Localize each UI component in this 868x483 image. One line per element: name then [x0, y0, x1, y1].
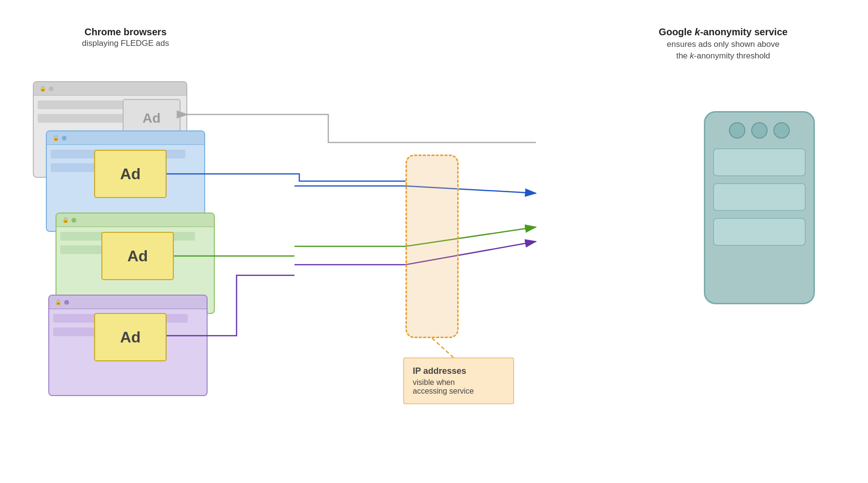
browser-green-titlebar: 🔒	[56, 213, 214, 227]
ad-green: Ad	[101, 232, 174, 280]
browser-grey-titlebar: 🔒	[34, 82, 186, 96]
google-subtitle: ensures ads only shown above the k-anony…	[646, 39, 800, 62]
lock-icon-blue: 🔒	[53, 135, 59, 141]
server-box	[704, 111, 815, 304]
server-dot-3	[773, 122, 790, 139]
lock-icon-green: 🔒	[62, 217, 69, 223]
content-row	[38, 114, 125, 123]
lock-icon-grey: 🔒	[40, 85, 46, 92]
ip-proxy-shape	[406, 155, 459, 338]
ip-box-title: IP addresses	[413, 366, 504, 376]
server-dots	[729, 122, 790, 139]
arrow-grey-line	[187, 114, 536, 142]
browser-blue-titlebar: 🔒	[47, 131, 204, 145]
server-slot-1	[713, 148, 806, 176]
server-slot-2	[713, 183, 806, 211]
ad-purple: Ad	[94, 313, 167, 361]
server-dot-2	[751, 122, 768, 139]
chrome-title: Chrome browsers	[48, 27, 203, 38]
chrome-subtitle: displaying FLEDGE ads	[48, 39, 203, 48]
ip-addresses-box: IP addresses visible when accessing serv…	[403, 357, 514, 404]
google-title: Google k-anonymity service	[646, 27, 800, 38]
ad-blue: Ad	[94, 150, 167, 198]
chrome-label: Chrome browsers displaying FLEDGE ads	[48, 27, 203, 48]
diagram-container: Chrome browsers displaying FLEDGE ads Go…	[0, 0, 868, 483]
server-dot-1	[729, 122, 745, 139]
ip-box-line1: visible when	[413, 378, 504, 387]
lock-icon-purple: 🔒	[55, 299, 62, 305]
browser-purple-titlebar: 🔒	[49, 296, 207, 309]
google-label: Google k-anonymity service ensures ads o…	[646, 27, 800, 62]
ip-box-line2: accessing service	[413, 387, 504, 396]
server-slot-3	[713, 218, 806, 246]
